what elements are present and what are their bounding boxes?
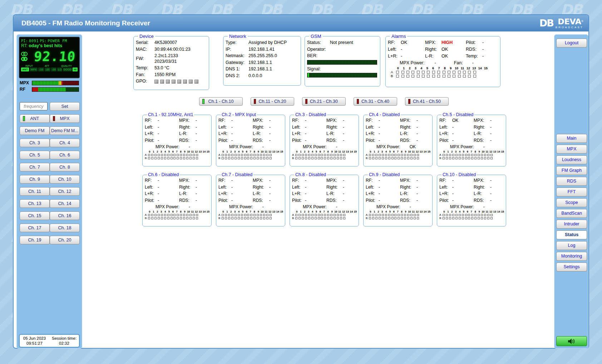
channel-title: Ch.4 - Disabled xyxy=(368,112,401,117)
bit-checkbox xyxy=(158,217,160,219)
bit-checkbox xyxy=(385,217,387,219)
bit-row-label: B xyxy=(145,216,148,220)
channel-button-ch-9[interactable]: Ch. 9 xyxy=(20,175,50,184)
channel-rds-label: RDS: xyxy=(326,197,343,204)
nav-fm-graph[interactable]: FM Graph xyxy=(556,166,587,175)
channel-button-ch-7[interactable]: Ch. 7 xyxy=(20,163,50,171)
bit-index-label: 15 xyxy=(280,150,283,153)
bit-index-label: 1 xyxy=(152,150,156,153)
channel-button-ch-6[interactable]: Ch. 6 xyxy=(50,151,80,159)
tab-ch-1-ch-10[interactable]: Ch.1 - Ch.10 xyxy=(199,97,243,106)
channel-value-row: RF:-MPX:- xyxy=(365,117,431,124)
channel-left-value: - xyxy=(231,184,253,191)
bit-checkbox xyxy=(388,154,390,156)
bit-checkbox xyxy=(171,214,173,216)
bit-index-label: 7 xyxy=(469,150,473,153)
bit-checkbox xyxy=(379,214,381,216)
tab-ch-21-ch-30[interactable]: Ch.21 - Ch.30 xyxy=(302,97,346,106)
channel-bit-grid: 0123456789101112131415AB xyxy=(291,210,357,220)
mpx-level-meter xyxy=(32,81,79,85)
channel-button-ch-12[interactable]: Ch. 12 xyxy=(50,187,80,196)
nav-bandscan[interactable]: BandScan xyxy=(556,209,587,218)
channel-mpx-power-label: MPX Power: xyxy=(376,144,400,150)
channel-lmr-label: L-R: xyxy=(253,190,269,197)
nav-status[interactable]: Status xyxy=(556,230,587,239)
channel-button-ch-5[interactable]: Ch. 5 xyxy=(20,151,50,159)
channel-button-ch-11[interactable]: Ch. 11 xyxy=(20,187,50,196)
tab-ch-41-ch-50[interactable]: Ch.41 - Ch.50 xyxy=(405,97,449,106)
nav-mpx[interactable]: MPX xyxy=(556,145,587,154)
bit-checkbox xyxy=(394,157,396,159)
channel-button-ch-13[interactable]: Ch. 13 xyxy=(20,199,50,208)
bit-row-label: B xyxy=(366,216,369,220)
channel-button-ch-15[interactable]: Ch. 15 xyxy=(20,211,50,220)
demo-fm-mpx-button[interactable]: Demo FM M... xyxy=(50,126,80,135)
channel-rf-label: RF: xyxy=(218,117,231,124)
channel-button-ch-20[interactable]: Ch. 20 xyxy=(50,236,80,244)
bit-checkbox xyxy=(253,154,256,156)
bit-checkbox xyxy=(369,157,371,159)
nav-fft[interactable]: FFT xyxy=(556,188,587,196)
audio-listen-button[interactable] xyxy=(556,336,587,346)
bit-row-a: A xyxy=(218,213,283,216)
bit-checkbox xyxy=(263,154,265,156)
nav-log[interactable]: Log xyxy=(556,241,587,250)
channel-left-value: - xyxy=(158,124,179,131)
nav-settings[interactable]: Settings xyxy=(556,263,587,271)
channel-title: Ch.8 - Disabled xyxy=(294,172,327,177)
channel-lpr-value: - xyxy=(379,190,400,197)
nav-main[interactable]: Main xyxy=(556,134,587,143)
channel-button-ch-4[interactable]: Ch. 4 xyxy=(50,139,80,147)
tab-ch-31-ch-40[interactable]: Ch.31 - Ch.40 xyxy=(354,97,397,106)
bit-checkbox xyxy=(161,154,163,156)
bit-checkbox xyxy=(396,75,399,78)
channel-rds-value: - xyxy=(490,137,504,144)
bit-checkbox xyxy=(443,214,445,216)
channel-panel-8: Ch.8 - DisabledRF:-MPX:-Left:-Right:-L+R… xyxy=(290,172,359,226)
bit-index-label: 9 xyxy=(183,210,187,213)
nav-intruder[interactable]: Intruder xyxy=(556,220,587,229)
channel-button-ch-10[interactable]: Ch. 10 xyxy=(50,175,80,184)
right-sidebar: Logout MainMPXLoudnessFM GraphRDSFFTScop… xyxy=(554,34,588,349)
bit-checkbox xyxy=(238,154,240,156)
demo-fm-button[interactable]: Demo FM xyxy=(20,126,50,135)
fw-label: FW: xyxy=(136,55,154,62)
channel-button-ch-18[interactable]: Ch. 18 xyxy=(50,224,80,232)
channel-mpx-power-value: - xyxy=(189,204,190,210)
channel-lpr-value: - xyxy=(379,130,400,137)
channel-button-ch-14[interactable]: Ch. 14 xyxy=(50,199,80,208)
lcd-indicator-cells: ANTMPX-10-20-30LOGOODHI xyxy=(21,68,78,71)
bit-checkbox xyxy=(196,214,198,216)
channel-button-ch-3[interactable]: Ch. 3 xyxy=(20,139,50,147)
channel-pilot-value: - xyxy=(231,197,253,204)
channel-mpx-power-row: MPX Power:- xyxy=(218,204,283,210)
ant-button[interactable]: ANT xyxy=(20,114,50,123)
logout-button[interactable]: Logout xyxy=(556,39,587,48)
channel-value-row: Pilot:-RDS:- xyxy=(218,137,283,144)
set-button[interactable]: Set xyxy=(50,102,80,111)
channel-button-ch-17[interactable]: Ch. 17 xyxy=(20,224,50,232)
nav-loudness[interactable]: Loudness xyxy=(556,155,587,164)
frequency-input[interactable] xyxy=(20,102,48,110)
channel-button-ch-8[interactable]: Ch. 8 xyxy=(50,163,80,171)
bit-index-label: 6 xyxy=(318,150,322,153)
mpx-button[interactable]: MPX xyxy=(50,114,80,123)
bit-checkbox xyxy=(244,157,246,159)
nav-monitoring[interactable]: Monitoring xyxy=(556,252,587,261)
bit-checkbox xyxy=(473,75,476,78)
nav-scope[interactable]: Scope xyxy=(556,198,587,207)
bit-index-label: 10 xyxy=(454,66,459,70)
channel-mpx-power-row: MPX Power:OK xyxy=(365,144,431,150)
channel-button-ch-16[interactable]: Ch. 16 xyxy=(50,211,80,220)
bit-checkbox xyxy=(452,154,454,156)
bit-checkbox xyxy=(432,75,435,78)
bit-checkbox xyxy=(167,154,169,156)
bit-checkbox xyxy=(417,214,419,216)
nav-rds[interactable]: RDS xyxy=(556,177,587,186)
bit-row-a: A xyxy=(439,153,504,156)
network-label: Netmask: xyxy=(226,53,248,59)
channel-button-ch-19[interactable]: Ch. 19 xyxy=(20,236,50,244)
bit-index-label: 5 xyxy=(314,150,318,153)
bit-checkbox xyxy=(302,157,304,159)
tab-ch-11-ch-20[interactable]: Ch.11 - Ch.20 xyxy=(251,97,294,106)
